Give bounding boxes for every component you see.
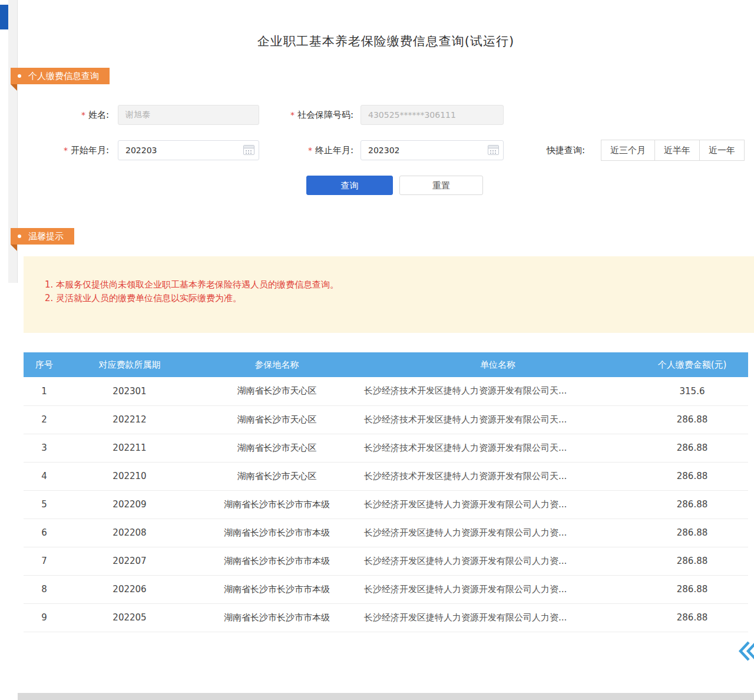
notice-box: 1. 本服务仅提供尚未领取企业职工基本养老保险待遇人员的缴费信息查询。 2. 灵… [24,256,754,333]
table-cell: 长沙经济开发区捷特人力资源开发有限公司人力资... [359,490,636,519]
ribbon-fold [11,84,17,91]
calendar-icon[interactable] [488,145,499,155]
quick-query-group: 近三个月 近半年 近一年 [601,140,745,161]
quick-query-label: 快捷查询: [547,140,585,161]
page-title: 企业职工基本养老保险缴费信息查询(试运行) [18,33,754,49]
table-cell: 长沙经济技术开发区捷特人力资源开发有限公司天... [359,377,636,405]
results-table: 序号 对应费款所属期 参保地名称 单位名称 个人缴费金额(元) 1202301湖… [24,352,748,632]
table-cell: 202301 [65,377,194,405]
section-badge-query-label: 个人缴费信息查询 [28,71,99,82]
table-cell: 286.88 [636,547,748,575]
notice-line: 2. 灵活就业人员的缴费单位信息以实际缴费为准。 [45,292,754,305]
results-table-container: 序号 对应费款所属期 参保地名称 单位名称 个人缴费金额(元) 1202301湖… [24,352,748,632]
chevrons-left-icon[interactable] [738,640,754,662]
table-cell: 5 [24,490,65,519]
table-cell: 2 [24,405,65,434]
column-header-company: 单位名称 [359,352,636,377]
table-cell: 286.88 [636,575,748,603]
section-badge-query: 个人缴费信息查询 [11,68,110,91]
table-cell: 湖南省长沙市长沙市市本级 [194,547,359,575]
ssn-input[interactable] [361,105,504,125]
table-cell: 286.88 [636,603,748,632]
required-asterisk: * [290,110,295,120]
table-cell: 202212 [65,405,194,434]
table-cell: 315.6 [636,377,748,405]
column-header-index: 序号 [24,352,65,377]
name-label: *姓名: [18,105,109,125]
corner-tab [0,5,8,29]
table-cell: 湖南省长沙市天心区 [194,377,359,405]
horizontal-scrollbar[interactable] [18,693,754,700]
notice-line: 1. 本服务仅提供尚未领取企业职工基本养老保险待遇人员的缴费信息查询。 [45,278,754,292]
table-cell: 湖南省长沙市长沙市市本级 [194,575,359,603]
quick-option-3months[interactable]: 近三个月 [601,140,655,161]
table-cell: 202211 [65,434,194,462]
table-cell: 286.88 [636,490,748,519]
start-month-label: *开始年月: [18,140,109,160]
name-input[interactable] [118,105,259,125]
table-row: 5202209湖南省长沙市长沙市市本级长沙经济开发区捷特人力资源开发有限公司人力… [24,490,748,519]
required-asterisk: * [308,146,312,155]
table-cell: 湖南省长沙市天心区 [194,405,359,434]
table-cell: 长沙经济开发区捷特人力资源开发有限公司人力资... [359,519,636,547]
table-cell: 9 [24,603,65,632]
end-month-label: *终止年月: [259,140,353,160]
table-cell: 3 [24,434,65,462]
table-row: 9202205湖南省长沙市长沙市市本级长沙经济开发区捷特人力资源开发有限公司人力… [24,603,748,632]
required-asterisk: * [81,110,85,120]
ribbon-fold [11,245,17,251]
table-cell: 长沙经济开发区捷特人力资源开发有限公司人力资... [359,603,636,632]
table-row: 6202208湖南省长沙市长沙市市本级长沙经济开发区捷特人力资源开发有限公司人力… [24,519,748,547]
table-cell: 长沙经济开发区捷特人力资源开发有限公司人力资... [359,575,636,603]
table-cell: 湖南省长沙市天心区 [194,462,359,490]
calendar-icon[interactable] [243,145,254,155]
column-header-region: 参保地名称 [194,352,359,377]
table-cell: 286.88 [636,434,748,462]
ssn-label: *社会保障号码: [259,105,353,125]
table-cell: 长沙经济技术开发区捷特人力资源开发有限公司天... [359,434,636,462]
table-row: 7202207湖南省长沙市长沙市市本级长沙经济开发区捷特人力资源开发有限公司人力… [24,547,748,575]
query-button[interactable]: 查询 [306,176,393,195]
table-cell: 202206 [65,575,194,603]
table-row: 4202210湖南省长沙市天心区长沙经济技术开发区捷特人力资源开发有限公司天..… [24,462,748,490]
table-row: 2202212湖南省长沙市天心区长沙经济技术开发区捷特人力资源开发有限公司天..… [24,405,748,434]
table-cell: 6 [24,519,65,547]
table-cell: 202209 [65,490,194,519]
table-cell: 202205 [65,603,194,632]
reset-button[interactable]: 重置 [399,176,483,195]
table-cell: 202207 [65,547,194,575]
table-cell: 8 [24,575,65,603]
required-asterisk: * [64,146,68,155]
table-cell: 湖南省长沙市长沙市市本级 [194,519,359,547]
start-month-input[interactable] [118,140,259,160]
quick-option-1year[interactable]: 近一年 [699,140,745,161]
bullet-icon [18,235,21,238]
table-cell: 湖南省长沙市天心区 [194,434,359,462]
quick-option-halfyear[interactable]: 近半年 [654,140,700,161]
table-cell: 202210 [65,462,194,490]
column-header-amount: 个人缴费金额(元) [636,352,748,377]
table-cell: 286.88 [636,462,748,490]
end-month-input[interactable] [361,140,504,160]
section-badge-tips: 温馨提示 [11,228,74,251]
table-row: 3202211湖南省长沙市天心区长沙经济技术开发区捷特人力资源开发有限公司天..… [24,434,748,462]
table-cell: 1 [24,377,65,405]
column-header-period: 对应费款所属期 [65,352,194,377]
table-cell: 7 [24,547,65,575]
table-cell: 286.88 [636,405,748,434]
table-cell: 湖南省长沙市长沙市市本级 [194,490,359,519]
table-cell: 286.88 [636,519,748,547]
table-header-row: 序号 对应费款所属期 参保地名称 单位名称 个人缴费金额(元) [24,352,748,377]
table-cell: 4 [24,462,65,490]
section-badge-tips-label: 温馨提示 [28,231,64,242]
bullet-icon [18,74,21,78]
table-row: 1202301湖南省长沙市天心区长沙经济技术开发区捷特人力资源开发有限公司天..… [24,377,748,405]
table-cell: 湖南省长沙市长沙市市本级 [194,603,359,632]
table-cell: 长沙经济开发区捷特人力资源开发有限公司人力资... [359,547,636,575]
table-cell: 长沙经济技术开发区捷特人力资源开发有限公司天... [359,405,636,434]
table-row: 8202206湖南省长沙市长沙市市本级长沙经济开发区捷特人力资源开发有限公司人力… [24,575,748,603]
table-cell: 长沙经济技术开发区捷特人力资源开发有限公司天... [359,462,636,490]
table-cell: 202208 [65,519,194,547]
